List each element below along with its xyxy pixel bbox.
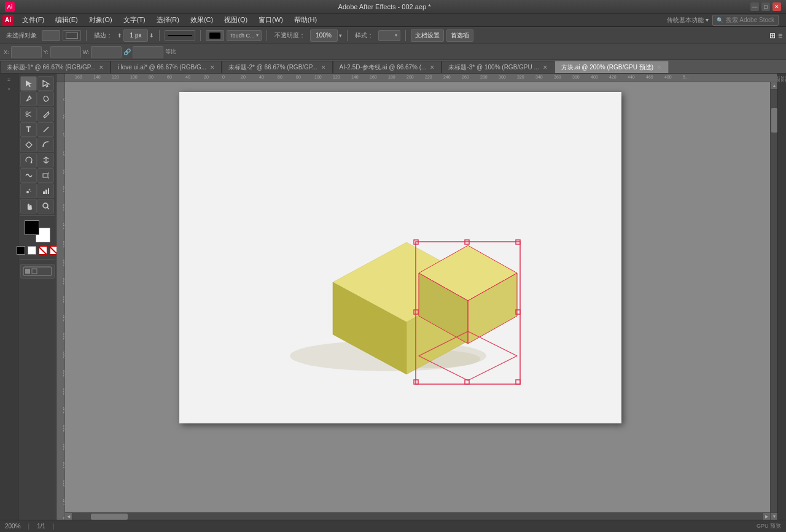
fill-swatch-black[interactable] <box>17 246 25 255</box>
tab-2-label: i love ui.ai* @ 66.67% (RGB/G... <box>117 64 206 71</box>
panel-expand[interactable]: × <box>6 85 12 93</box>
svg-text:20: 20 <box>204 75 209 79</box>
maximize-button[interactable]: □ <box>761 2 770 11</box>
warp-tool[interactable] <box>20 168 37 183</box>
sep5 <box>347 30 348 41</box>
scroll-down-btn[interactable]: ▼ <box>771 512 777 520</box>
chart-tool[interactable] <box>37 183 54 198</box>
stroke-style[interactable] <box>165 30 195 41</box>
text-tool[interactable]: T <box>20 122 37 137</box>
svg-text:100: 100 <box>314 75 322 79</box>
stroke-color-fill[interactable] <box>206 30 224 41</box>
opacity-control[interactable]: ▾ <box>310 29 342 42</box>
scroll-up-btn[interactable]: ▲ <box>771 82 777 90</box>
svg-text:100: 100 <box>63 185 66 193</box>
lasso-tool[interactable] <box>37 91 54 106</box>
minimize-button[interactable]: — <box>750 2 759 11</box>
ai-logo: Ai <box>2 15 14 26</box>
touch-control[interactable]: Touch C... ▾ <box>227 30 262 41</box>
x-input[interactable] <box>11 46 42 58</box>
select-tool[interactable] <box>20 76 37 91</box>
line-tool[interactable] <box>37 122 54 137</box>
foreground-color-box[interactable] <box>25 220 39 235</box>
shape-tool[interactable] <box>20 137 37 152</box>
menu-window[interactable]: 窗口(W) <box>254 14 288 26</box>
status-sep-2: | <box>53 523 55 530</box>
sep6 <box>405 30 406 41</box>
scroll-thumb-right[interactable] <box>771 108 777 133</box>
y-input[interactable] <box>50 46 81 58</box>
fill-color-swatch[interactable] <box>42 30 60 41</box>
stroke-color-swatch[interactable] <box>63 30 81 41</box>
tab-3[interactable]: 未标题-2* @ 66.67% (RGB/GP... ✕ <box>222 61 332 73</box>
scroll-left-btn[interactable]: ◀ <box>65 513 72 520</box>
menu-file[interactable]: 文件(F) <box>17 14 49 26</box>
menu-effect[interactable]: 效果(C) <box>185 14 218 26</box>
stroke-size-input[interactable] <box>123 29 148 42</box>
scroll-right-btn[interactable]: ▶ <box>763 513 770 520</box>
grid-icon[interactable]: ⊞ <box>769 31 776 40</box>
rotate-tool[interactable] <box>20 153 37 168</box>
tab-1[interactable]: 未标题-1* @ 66.67% (RGB/GP... ✕ <box>0 61 111 73</box>
symbol-tool[interactable] <box>20 183 37 198</box>
svg-text:140: 140 <box>63 222 66 229</box>
ruler-top-ticks: 160 140 120 100 80 60 40 20 0 20 40 60 8… <box>56 74 777 81</box>
svg-point-1 <box>26 112 28 114</box>
right-panel: 0 50 100 150 200 250 300 350 400 <box>777 74 786 520</box>
pencil-tool[interactable] <box>37 107 54 121</box>
first-option-button[interactable]: 首选项 <box>446 29 473 42</box>
tab-4[interactable]: AI-2.5D-参考线.ai @ 66.67% (... ✕ <box>333 61 442 73</box>
layers-panel-btn[interactable] <box>20 264 55 279</box>
right-scrollbar[interactable]: ▲ ▼ <box>770 82 777 520</box>
scissors-tool[interactable] <box>20 107 37 121</box>
app-icon: Ai <box>5 2 15 12</box>
bottom-scrollbar[interactable]: ◀ ▶ <box>65 512 770 520</box>
style-control[interactable]: ▾ <box>378 30 400 41</box>
menu-edit[interactable]: 编辑(E) <box>50 14 83 26</box>
svg-text:140: 140 <box>93 75 101 79</box>
menu-view[interactable]: 视图(Q) <box>219 14 252 26</box>
tab-6-close[interactable]: ✕ <box>657 64 662 71</box>
panels-icon[interactable]: ≡ <box>778 31 782 40</box>
panel-collapse[interactable]: ≡ <box>6 76 12 84</box>
reflect-tool[interactable] <box>37 153 54 168</box>
zoom-tool[interactable] <box>37 199 54 214</box>
menu-object[interactable]: 对象(O) <box>84 14 117 26</box>
fill-swatch-white[interactable] <box>28 246 36 255</box>
tab-6[interactable]: 方块.ai @ 200% (RGB/GPU 预选) ✕ <box>554 61 669 73</box>
h-input[interactable] <box>133 46 163 58</box>
tab-5[interactable]: 未标题-3* @ 100% (RGB/GPU ... ✕ <box>442 61 554 73</box>
menu-help[interactable]: 帮助(H) <box>289 14 322 26</box>
menu-select[interactable]: 选择(R) <box>152 14 184 26</box>
menu-text[interactable]: 文字(T) <box>119 14 150 26</box>
fill-swatch-none[interactable] <box>39 246 47 255</box>
tab-1-close[interactable]: ✕ <box>99 64 104 71</box>
tab-2-close[interactable]: ✕ <box>210 64 215 71</box>
workspace-label: 传统基本功能 ▾ <box>667 16 709 25</box>
scroll-thumb-bottom[interactable] <box>91 514 128 520</box>
pen-tool[interactable] <box>20 91 37 106</box>
tool-row-2 <box>20 91 54 106</box>
direct-select-tool[interactable] <box>37 76 54 91</box>
svg-rect-15 <box>48 188 49 194</box>
doc-setup-button[interactable]: 文档设置 <box>411 29 444 42</box>
canvas-area[interactable]: 160 140 120 100 80 60 40 20 0 20 40 60 8… <box>56 74 777 520</box>
hand-tool[interactable] <box>20 199 37 214</box>
constrain-icon[interactable]: 🔗 <box>123 48 131 55</box>
w-input[interactable] <box>91 46 122 58</box>
gpu-status: GPU 预览 <box>757 522 781 530</box>
tab-3-close[interactable]: ✕ <box>321 64 326 71</box>
arc-tool[interactable] <box>37 137 54 152</box>
opacity-input[interactable] <box>310 29 338 42</box>
tab-5-close[interactable]: ✕ <box>543 64 548 71</box>
svg-text:5...: 5... <box>683 75 689 79</box>
sep4 <box>267 30 267 41</box>
svg-text:160: 160 <box>63 241 66 248</box>
search-bar[interactable]: 🔍 搜索 Adobe Stock <box>712 15 779 26</box>
tab-2[interactable]: i love ui.ai* @ 66.67% (RGB/G... ✕ <box>111 61 222 73</box>
stroke-size-control[interactable]: ⬆ ⬇ <box>117 29 154 42</box>
free-transform-tool[interactable] <box>37 168 54 183</box>
close-button[interactable]: ✕ <box>772 2 781 11</box>
svg-text:440: 440 <box>63 498 66 506</box>
tab-4-close[interactable]: ✕ <box>430 64 435 71</box>
